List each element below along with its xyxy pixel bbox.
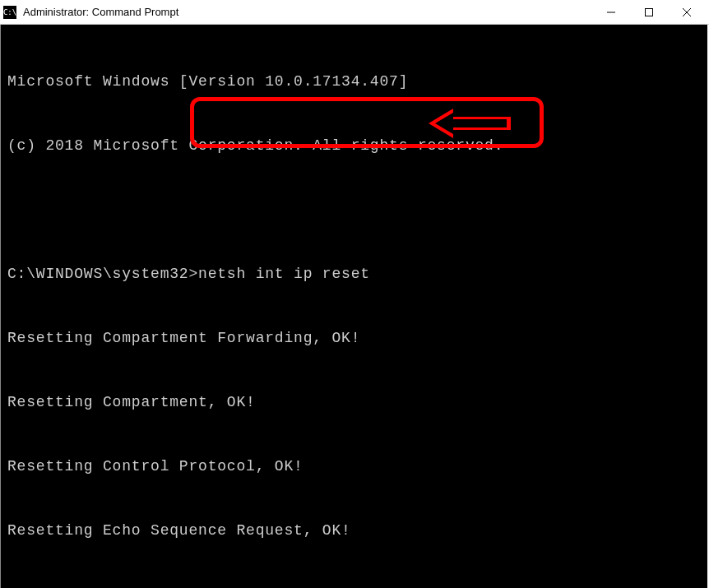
minimize-button[interactable] (592, 1, 630, 24)
console-output-line: Resetting Compartment Forwarding, OK! (1, 327, 707, 349)
close-icon (682, 7, 692, 17)
console-area[interactable]: Microsoft Windows [Version 10.0.17134.40… (0, 25, 707, 588)
console-copyright-line: (c) 2018 Microsoft Corporation. All righ… (1, 135, 707, 156)
maximize-button[interactable] (630, 1, 668, 24)
titlebar: C:\ Administrator: Command Prompt (0, 0, 709, 25)
console-output-line: Resetting Echo Sequence Request, OK! (1, 520, 707, 541)
console-output-line: Resetting Control Protocol, OK! (1, 456, 707, 477)
console-output-line: Resetting Global, OK! (1, 584, 707, 588)
minimize-icon (606, 7, 616, 17)
command-text: netsh int ip reset (198, 266, 370, 282)
console-header-line: Microsoft Windows [Version 10.0.17134.40… (1, 71, 707, 92)
console-blank-line (1, 199, 707, 220)
cmd-icon: C:\ (3, 6, 16, 19)
svg-marker-4 (429, 109, 511, 138)
window-title: Administrator: Command Prompt (23, 6, 592, 18)
close-button[interactable] (668, 1, 706, 24)
window-controls (592, 1, 706, 24)
svg-rect-1 (646, 8, 653, 16)
svg-marker-5 (435, 113, 507, 134)
console-prompt-line: C:\WINDOWS\system32>netsh int ip reset (1, 263, 707, 285)
console-output-line: Resetting Compartment, OK! (1, 391, 707, 413)
prompt-text: C:\WINDOWS\system32> (7, 266, 198, 282)
maximize-icon (644, 7, 654, 17)
